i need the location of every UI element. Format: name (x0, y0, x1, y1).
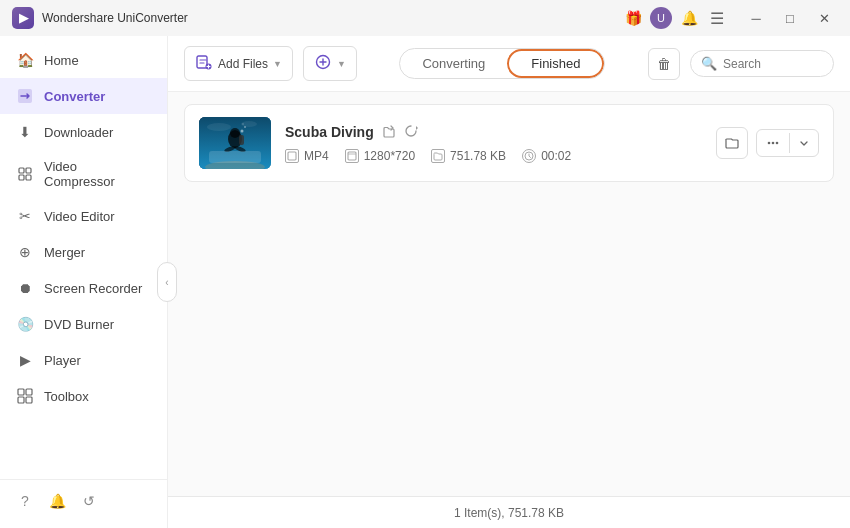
recorder-icon: ⏺ (16, 279, 34, 297)
tab-converting[interactable]: Converting (400, 51, 507, 76)
editor-icon: ✂ (16, 207, 34, 225)
status-bar: 1 Item(s), 751.78 KB (168, 496, 850, 528)
add-files-chevron: ▼ (273, 59, 282, 69)
size-meta: 751.78 KB (431, 149, 506, 163)
svg-point-29 (776, 142, 779, 145)
player-icon: ▶ (16, 351, 34, 369)
title-bar-right: 🎁 U 🔔 ☰ ─ □ ✕ (622, 7, 838, 29)
app-body: 🏠 Home Converter ⬇ Downloader (0, 36, 850, 528)
app-logo: ▶ (12, 7, 34, 29)
menu-icon[interactable]: ☰ (706, 7, 728, 29)
file-meta: MP4 1280*720 (285, 149, 702, 163)
add-files-label: Add Files (218, 57, 268, 71)
open-folder-button[interactable] (716, 127, 748, 159)
compressor-icon (16, 165, 34, 183)
add-files-icon (195, 53, 213, 74)
title-bar: ▶ Wondershare UniConverter 🎁 U 🔔 ☰ ─ □ ✕ (0, 0, 850, 36)
sidebar-item-screen-recorder[interactable]: ⏺ Screen Recorder (0, 270, 167, 306)
file-name-row: Scuba Diving (285, 124, 702, 141)
add-format-chevron: ▼ (337, 59, 346, 69)
tab-group: Converting Finished (399, 48, 605, 79)
svg-rect-1 (19, 168, 24, 173)
file-card: Scuba Diving (184, 104, 834, 182)
sidebar-item-player[interactable]: ▶ Player (0, 342, 167, 378)
dvd-icon: 💿 (16, 315, 34, 333)
svg-rect-9 (197, 56, 207, 68)
folder-icon (431, 149, 445, 163)
svg-point-23 (205, 161, 265, 169)
clock-icon (522, 149, 536, 163)
svg-rect-25 (348, 152, 356, 160)
svg-point-13 (207, 123, 231, 131)
bell-icon[interactable]: 🔔 (678, 7, 700, 29)
sidebar-item-dvd-burner[interactable]: 💿 DVD Burner (0, 306, 167, 342)
svg-rect-4 (26, 175, 31, 180)
add-files-button[interactable]: Add Files ▼ (184, 46, 293, 81)
sidebar: 🏠 Home Converter ⬇ Downloader (0, 36, 168, 528)
add-format-button[interactable]: ▼ (303, 46, 357, 81)
resolution-icon (345, 149, 359, 163)
sidebar-item-merger[interactable]: ⊕ Merger (0, 234, 167, 270)
add-format-icon (314, 53, 332, 74)
sidebar-item-converter[interactable]: Converter (0, 78, 167, 114)
more-actions-button[interactable] (757, 130, 789, 156)
sidebar-item-toolbox[interactable]: Toolbox (0, 378, 167, 414)
sidebar-item-home[interactable]: 🏠 Home (0, 42, 167, 78)
svg-point-20 (241, 130, 244, 133)
resolution-value: 1280*720 (364, 149, 415, 163)
svg-point-16 (230, 128, 240, 138)
refresh-icon[interactable] (404, 124, 418, 141)
open-file-icon[interactable] (382, 124, 396, 141)
svg-rect-17 (239, 135, 244, 145)
file-list: Scuba Diving (168, 92, 850, 496)
gift-icon[interactable]: 🎁 (622, 7, 644, 29)
converter-icon (16, 87, 34, 105)
help-icon[interactable]: ? (16, 492, 34, 510)
delete-button[interactable]: 🗑 (648, 48, 680, 80)
svg-point-22 (242, 123, 244, 125)
toolbar: Add Files ▼ ▼ Converting Finished 🗑 (168, 36, 850, 92)
duration-value: 00:02 (541, 149, 571, 163)
minimize-button[interactable]: ─ (742, 7, 770, 29)
user-avatar-icon[interactable]: U (650, 7, 672, 29)
svg-rect-24 (288, 152, 296, 160)
app-title: Wondershare UniConverter (42, 11, 188, 25)
toolbox-icon (16, 387, 34, 405)
format-icon (285, 149, 299, 163)
feedback-icon[interactable]: ↺ (80, 492, 98, 510)
status-text: 1 Item(s), 751.78 KB (454, 506, 564, 520)
sidebar-collapse-button[interactable]: ‹ (157, 262, 177, 302)
sidebar-item-video-compressor[interactable]: Video Compressor (0, 150, 167, 198)
svg-rect-5 (18, 389, 24, 395)
file-name: Scuba Diving (285, 124, 374, 140)
search-bar: 🔍 (690, 50, 834, 77)
main-content: Add Files ▼ ▼ Converting Finished 🗑 (168, 36, 850, 528)
svg-rect-2 (26, 168, 31, 173)
svg-rect-7 (18, 397, 24, 403)
resolution-meta: 1280*720 (345, 149, 415, 163)
delete-icon: 🗑 (657, 56, 671, 72)
format-meta: MP4 (285, 149, 329, 163)
sidebar-item-video-editor[interactable]: ✂ Video Editor (0, 198, 167, 234)
sidebar-item-downloader[interactable]: ⬇ Downloader (0, 114, 167, 150)
svg-point-27 (768, 142, 771, 145)
merger-icon: ⊕ (16, 243, 34, 261)
home-icon: 🏠 (16, 51, 34, 69)
file-actions (716, 127, 819, 159)
dropdown-arrow-button[interactable] (790, 132, 818, 154)
notifications-footer-icon[interactable]: 🔔 (48, 492, 66, 510)
search-input[interactable] (723, 57, 823, 71)
duration-meta: 00:02 (522, 149, 571, 163)
close-button[interactable]: ✕ (810, 7, 838, 29)
size-value: 751.78 KB (450, 149, 506, 163)
title-bar-icons: 🎁 U 🔔 ☰ (622, 7, 728, 29)
title-bar-left: ▶ Wondershare UniConverter (12, 7, 188, 29)
tab-finished[interactable]: Finished (507, 49, 604, 78)
downloader-icon: ⬇ (16, 123, 34, 141)
file-thumbnail (199, 117, 271, 169)
svg-point-21 (244, 126, 246, 128)
maximize-button[interactable]: □ (776, 7, 804, 29)
sidebar-footer: ? 🔔 ↺ (0, 479, 167, 522)
svg-rect-6 (26, 389, 32, 395)
svg-rect-3 (19, 175, 24, 180)
